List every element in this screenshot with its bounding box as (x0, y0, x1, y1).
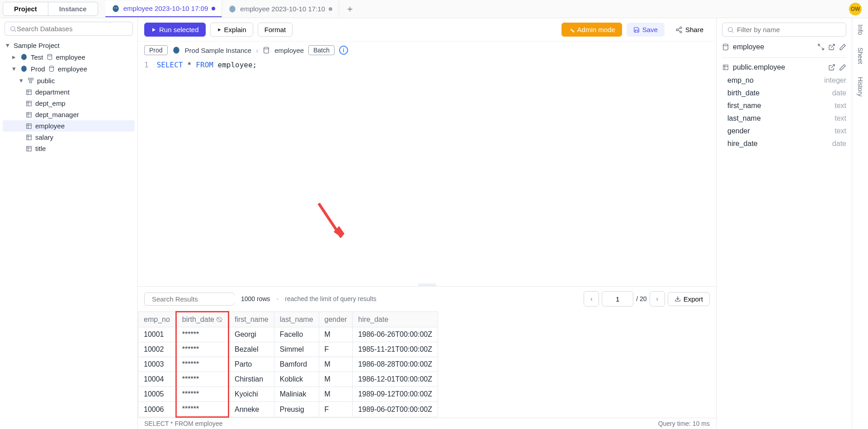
tab-project[interactable]: Project (3, 2, 48, 15)
panel-table-row[interactable]: public.employee (722, 61, 846, 74)
schema-col-name: birth_date (727, 89, 760, 97)
tree-table-dept_emp[interactable]: dept_emp (3, 98, 135, 109)
results-search[interactable] (144, 292, 235, 306)
table-row[interactable]: 10003******PartoBamfordM1986-08-28T00:00… (138, 357, 438, 372)
next-page-button[interactable]: › (650, 291, 665, 306)
svg-line-51 (831, 44, 835, 47)
link-icon[interactable] (817, 43, 825, 51)
search-databases[interactable] (5, 22, 133, 36)
tree-table-department[interactable]: department (3, 86, 135, 98)
results-panel: 1000 rows - reached the limit of query r… (138, 286, 716, 418)
col-header-last_name[interactable]: last_name (274, 312, 319, 327)
admin-mode-button[interactable]: Admin mode (561, 23, 622, 37)
table-row[interactable]: 10002******BezalelSimmelF1985-11-21T00:0… (138, 342, 438, 357)
tree-table-employee[interactable]: employee (3, 120, 135, 132)
run-selected-button[interactable]: Run selected (144, 23, 206, 37)
cell-emp_no: 10006 (138, 402, 176, 417)
panel-db-row[interactable]: employee (722, 40, 846, 54)
cell-gender: M (319, 357, 353, 372)
table-row[interactable]: 10001******GeorgiFacelloM1986-06-26T00:0… (138, 327, 438, 342)
editor-tab-1[interactable]: employee 2023-10-10 17:09 (105, 1, 222, 17)
results-table-wrap[interactable]: emp_nobirth_datefirst_namelast_namegende… (138, 311, 716, 418)
cell-last_name: Maliniak (274, 387, 319, 402)
table-row[interactable]: 10006******AnnekePreusigF1989-06-02T00:0… (138, 402, 438, 417)
tree-table-label: department (35, 88, 70, 96)
cell-gender: M (319, 387, 353, 402)
sql-text: SELECT * FROM employee; (157, 61, 257, 69)
separator: - (277, 295, 279, 302)
explain-button[interactable]: Explain (210, 23, 253, 37)
postgres-icon (20, 53, 28, 61)
new-tab-button[interactable]: ＋ (339, 3, 361, 15)
cell-gender: F (319, 342, 353, 357)
schema-col-emp_no[interactable]: emp_nointeger (722, 74, 846, 87)
schema-col-first_name[interactable]: first_nametext (722, 99, 846, 112)
col-header-first_name[interactable]: first_name (229, 312, 274, 327)
svg-point-35 (680, 31, 682, 33)
info-icon[interactable]: i (339, 46, 348, 55)
svg-point-1 (114, 7, 115, 8)
edit-icon[interactable] (839, 64, 846, 71)
schema-col-gender[interactable]: gendertext (722, 125, 846, 137)
share-icon (675, 26, 683, 33)
share-button[interactable]: Share (669, 23, 710, 36)
export-button[interactable]: Export (668, 292, 710, 306)
external-link-icon[interactable] (828, 43, 835, 51)
editor-tab-2[interactable]: employee 2023-10-10 17:10 (222, 1, 339, 17)
schema-col-type: text (835, 102, 846, 110)
schema-filter-input[interactable] (737, 26, 841, 33)
avatar[interactable]: OW (849, 3, 862, 15)
tree-table-dept_manager[interactable]: dept_manager (3, 109, 135, 120)
env-badge[interactable]: Prod (144, 45, 168, 55)
schema-col-type: date (832, 89, 846, 97)
cell-emp_no: 10004 (138, 372, 176, 387)
svg-point-48 (723, 44, 728, 46)
download-icon (675, 296, 681, 302)
table-row[interactable]: 10004******ChirstianKoblickM1986-12-01T0… (138, 372, 438, 387)
rail-info[interactable]: Info (857, 24, 864, 35)
database-name[interactable]: employee (274, 47, 304, 54)
results-search-input[interactable] (152, 295, 238, 303)
col-header-emp_no[interactable]: emp_no (138, 312, 176, 327)
batch-badge[interactable]: Batch (308, 45, 335, 55)
button-label: Admin mode (577, 26, 615, 33)
external-link-icon[interactable] (828, 64, 835, 71)
schema-filter[interactable] (722, 23, 846, 37)
rail-history[interactable]: History (857, 77, 864, 97)
save-button[interactable]: Save (627, 23, 665, 37)
schema-col-hire_date[interactable]: hire_datedate (722, 137, 846, 150)
page-input[interactable] (602, 291, 633, 306)
tree-schema[interactable]: ▾public (3, 75, 135, 86)
play-icon (151, 27, 156, 33)
format-button[interactable]: Format (258, 23, 293, 37)
tree-db-label: employee (56, 53, 85, 61)
instance-name[interactable]: Prod Sample Instance (185, 47, 252, 54)
tree-env-prod[interactable]: ▾Prodemployee (3, 63, 135, 75)
col-header-hire_date[interactable]: hire_date (353, 312, 438, 327)
table-row[interactable]: 10005******KyoichiMaliniakM1989-09-12T00… (138, 387, 438, 402)
button-label: Share (685, 26, 703, 33)
tree-env-test[interactable]: ▸Testemployee (3, 51, 135, 63)
tree-project[interactable]: ▾Sample Project (3, 39, 135, 51)
col-header-gender[interactable]: gender (319, 312, 353, 327)
svg-line-49 (818, 44, 821, 47)
schema-col-name: gender (727, 127, 750, 135)
sql-editor[interactable]: 1 SELECT * FROM employee; (138, 57, 716, 73)
editor-tab-label: employee 2023-10-10 17:09 (123, 5, 208, 12)
col-header-birth_date[interactable]: birth_date (176, 312, 228, 327)
rail-sheet[interactable]: Sheet (857, 47, 864, 64)
svg-rect-12 (30, 81, 32, 83)
tab-instance[interactable]: Instance (48, 2, 98, 15)
schema-col-birth_date[interactable]: birth_datedate (722, 87, 846, 99)
tree-table-title[interactable]: title (3, 143, 135, 154)
schema-col-type: date (832, 140, 846, 148)
svg-point-2 (116, 7, 117, 8)
cell-hire_date: 1986-08-28T00:00:00Z (353, 357, 438, 372)
postgres-icon (228, 5, 236, 13)
schema-col-last_name[interactable]: last_nametext (722, 112, 846, 125)
prev-page-button[interactable]: ‹ (584, 291, 599, 306)
search-databases-input[interactable] (17, 25, 128, 33)
line-number: 1 (144, 61, 149, 69)
tree-table-salary[interactable]: salary (3, 132, 135, 143)
edit-icon[interactable] (839, 43, 846, 51)
